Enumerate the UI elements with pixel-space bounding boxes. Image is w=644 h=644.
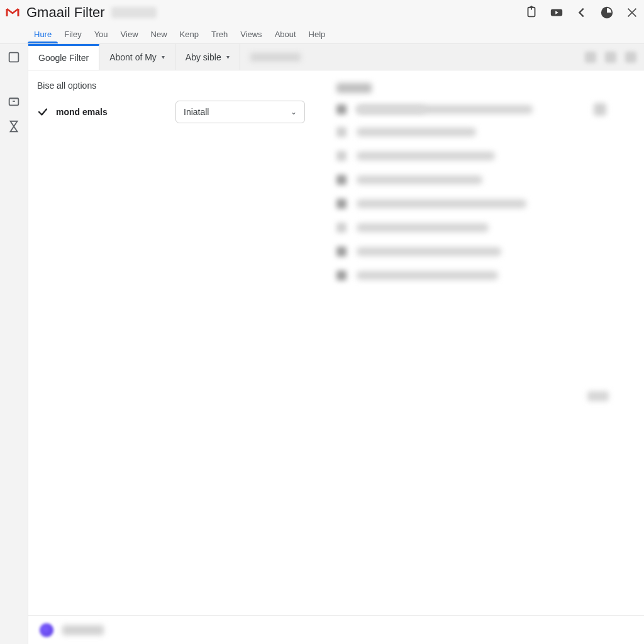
rail-inbox-icon[interactable] bbox=[7, 50, 21, 64]
list-item bbox=[336, 199, 619, 209]
app-subtitle-placeholder bbox=[111, 7, 157, 18]
action-chip-2[interactable] bbox=[605, 52, 616, 63]
preview-list bbox=[336, 104, 619, 280]
tabstrip: Google Filter Abont of My ▾ Aby sible ▾ bbox=[28, 44, 644, 70]
menu-help[interactable]: Help bbox=[303, 26, 332, 43]
menu-new[interactable]: New bbox=[145, 26, 174, 43]
list-item bbox=[336, 175, 619, 185]
menu-hure[interactable]: Hure bbox=[28, 26, 58, 43]
main-area: Google Filter Abont of My ▾ Aby sible ▾ bbox=[0, 44, 644, 644]
app-title: Gmaail Filter bbox=[26, 4, 105, 21]
list-item bbox=[336, 151, 619, 161]
preview-top-chip bbox=[594, 103, 606, 116]
gmail-logo-icon bbox=[5, 5, 20, 20]
body: Bise all options mond emals Iniatall ⌄ bbox=[28, 70, 644, 615]
section-title: Bise all options bbox=[37, 80, 315, 91]
text-placeholder bbox=[357, 106, 426, 113]
tab-google-filter[interactable]: Google Filter bbox=[28, 44, 99, 70]
text-placeholder bbox=[357, 175, 482, 184]
tab-blur-placeholder bbox=[250, 53, 301, 62]
text-placeholder bbox=[357, 223, 489, 232]
text-placeholder bbox=[357, 128, 476, 136]
option-row-mond-emails: mond emals Iniatall ⌄ bbox=[37, 101, 315, 123]
text-placeholder bbox=[357, 247, 501, 256]
checkbox-placeholder bbox=[336, 104, 347, 114]
list-item bbox=[336, 247, 619, 257]
menu-filey[interactable]: Filey bbox=[58, 26, 87, 43]
titlebar-actions bbox=[525, 6, 639, 19]
content: Google Filter Abont of My ▾ Aby sible ▾ bbox=[28, 44, 644, 644]
chevron-down-icon: ▾ bbox=[226, 53, 230, 60]
menu-about[interactable]: About bbox=[269, 26, 303, 43]
tab-placeholder[interactable] bbox=[240, 44, 311, 70]
action-chip-3[interactable] bbox=[625, 52, 636, 63]
checkbox-placeholder bbox=[336, 151, 347, 161]
back-icon[interactable] bbox=[575, 6, 589, 19]
svg-rect-5 bbox=[9, 53, 19, 62]
text-placeholder bbox=[357, 271, 498, 280]
menu-views[interactable]: Views bbox=[234, 26, 268, 43]
tab-label: Google Filter bbox=[38, 53, 89, 63]
tab-abont-of-my[interactable]: Abont of My ▾ bbox=[99, 44, 175, 70]
left-rail bbox=[0, 44, 28, 644]
options-panel: Bise all options mond emals Iniatall ⌄ bbox=[28, 70, 324, 615]
status-text-placeholder bbox=[62, 625, 104, 635]
text-placeholder bbox=[357, 199, 526, 208]
checkbox-placeholder bbox=[336, 175, 347, 185]
menubar: Hure Filey You View New Kenp Treh Views … bbox=[0, 25, 644, 44]
select-value: Iniatall bbox=[184, 107, 209, 117]
list-item bbox=[336, 127, 619, 137]
statusbar bbox=[28, 615, 644, 644]
preview-side-chip bbox=[587, 391, 609, 401]
menu-kenp[interactable]: Kenp bbox=[174, 26, 205, 43]
preview-panel bbox=[324, 70, 644, 615]
rail-archive-icon[interactable] bbox=[7, 94, 21, 108]
checkbox-placeholder bbox=[336, 223, 347, 233]
list-item bbox=[336, 270, 619, 280]
option-label: mond emals bbox=[56, 107, 108, 117]
option-select[interactable]: Iniatall ⌄ bbox=[175, 101, 305, 123]
svg-rect-6 bbox=[9, 98, 19, 105]
status-indicator-icon[interactable] bbox=[40, 623, 53, 637]
preview-heading-placeholder bbox=[336, 83, 372, 93]
app-window: Gmaail Filter bbox=[0, 0, 644, 644]
video-icon[interactable] bbox=[550, 6, 564, 19]
tab-aby-sible[interactable]: Aby sible ▾ bbox=[175, 44, 240, 70]
tab-label: Aby sible bbox=[186, 52, 221, 62]
chevron-down-icon: ⌄ bbox=[291, 108, 297, 116]
check-icon bbox=[37, 106, 48, 118]
menu-treh[interactable]: Treh bbox=[205, 26, 234, 43]
menu-you[interactable]: You bbox=[88, 26, 114, 43]
share-icon[interactable] bbox=[525, 6, 538, 19]
text-placeholder bbox=[357, 152, 495, 160]
checkbox-placeholder bbox=[336, 199, 347, 209]
titlebar: Gmaail Filter bbox=[0, 0, 644, 25]
chevron-down-icon: ▾ bbox=[162, 53, 165, 60]
rail-hourglass-icon[interactable] bbox=[7, 119, 21, 133]
checkbox-placeholder bbox=[336, 127, 347, 137]
close-icon[interactable] bbox=[625, 6, 639, 19]
tab-label: Abont of My bbox=[109, 52, 157, 62]
action-chip-1[interactable] bbox=[585, 52, 596, 63]
tabstrip-actions bbox=[585, 44, 644, 70]
checkbox-placeholder bbox=[336, 270, 347, 280]
list-item bbox=[336, 223, 619, 233]
menu-view[interactable]: View bbox=[114, 26, 145, 43]
account-icon[interactable] bbox=[600, 6, 614, 19]
checkbox-placeholder bbox=[336, 247, 347, 257]
